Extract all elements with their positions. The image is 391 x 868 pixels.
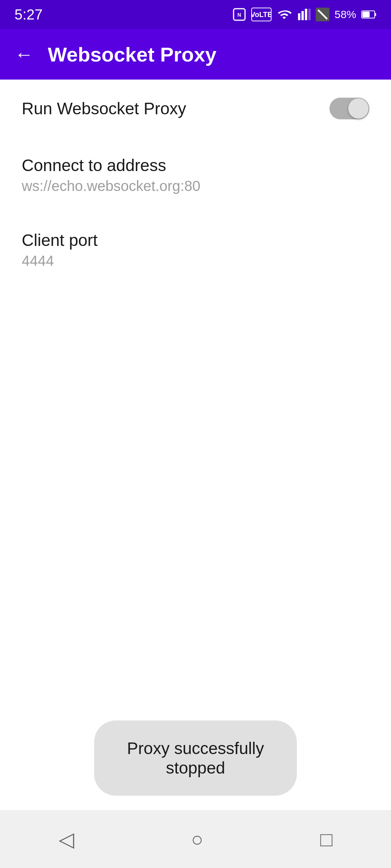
svg-text:VoLTE: VoLTE: [251, 10, 272, 18]
connect-address-label: Connect to address: [22, 156, 369, 175]
battery-text: 58%: [335, 8, 356, 21]
svg-rect-8: [362, 12, 370, 17]
client-port-label: Client port: [22, 230, 369, 250]
status-bar: 5:27 N VoLTE 58%: [0, 0, 391, 29]
connect-address-setting[interactable]: Connect to address ws://echo.websocket.o…: [0, 137, 391, 212]
content-area: Run Websocket Proxy Connect to address w…: [0, 80, 391, 287]
signal-icon: [297, 8, 311, 21]
nav-bar: ◁ ○ □: [0, 810, 391, 868]
page-title: Websocket Proxy: [48, 43, 216, 66]
connect-address-value: ws://echo.websocket.org:80: [22, 178, 369, 194]
mute-icon: [316, 8, 329, 21]
client-port-value: 4444: [22, 253, 369, 269]
nfc-icon: N: [232, 8, 246, 21]
snackbar: Proxy successfully stopped: [94, 720, 297, 796]
wifi-icon: [277, 8, 292, 21]
proxy-toggle-setting: Run Websocket Proxy: [0, 80, 391, 137]
svg-text:N: N: [237, 12, 241, 18]
toggle-thumb: [348, 98, 369, 119]
battery-icon: [361, 9, 377, 20]
nav-recents-button[interactable]: □: [320, 827, 333, 851]
toolbar: ← Websocket Proxy: [0, 29, 391, 80]
nav-home-button[interactable]: ○: [191, 827, 203, 851]
proxy-toggle-row: Run Websocket Proxy: [22, 98, 369, 119]
status-icons: N VoLTE 58%: [232, 8, 377, 21]
back-button[interactable]: ←: [14, 43, 33, 65]
status-time: 5:27: [14, 7, 43, 23]
nav-back-button[interactable]: ◁: [59, 827, 74, 851]
snackbar-message: Proxy successfully stopped: [127, 739, 264, 777]
volte-icon: VoLTE: [251, 8, 272, 21]
proxy-toggle-switch[interactable]: [329, 98, 369, 119]
svg-rect-7: [375, 13, 376, 16]
proxy-toggle-label: Run Websocket Proxy: [22, 99, 186, 118]
client-port-setting[interactable]: Client port 4444: [0, 212, 391, 287]
